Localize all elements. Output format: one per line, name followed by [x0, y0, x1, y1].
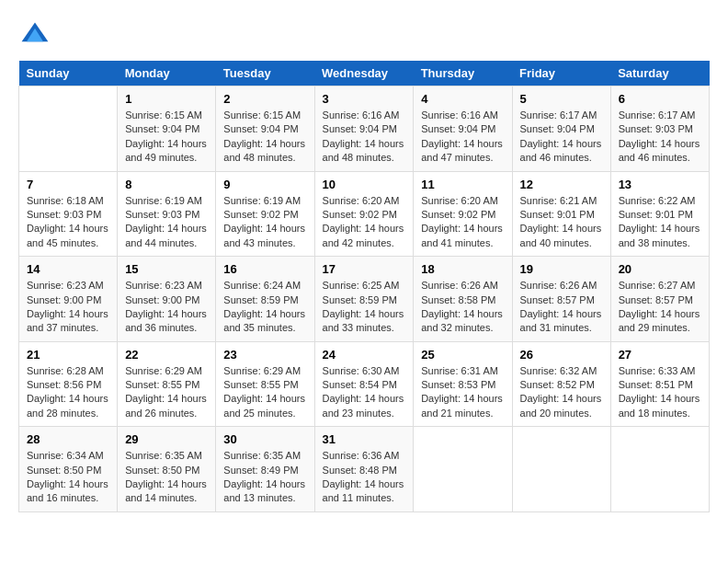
weekday-header: Monday — [118, 61, 216, 86]
calendar-week-row: 21Sunrise: 6:28 AM Sunset: 8:56 PM Dayli… — [19, 341, 710, 427]
day-number: 5 — [520, 92, 603, 106]
calendar-day-cell: 6Sunrise: 6:17 AM Sunset: 9:03 PM Daylig… — [610, 86, 709, 172]
day-info: Sunrise: 6:35 AM Sunset: 8:50 PM Dayligh… — [125, 449, 208, 506]
calendar-day-cell: 13Sunrise: 6:22 AM Sunset: 9:01 PM Dayli… — [610, 171, 709, 257]
calendar-day-cell: 24Sunrise: 6:30 AM Sunset: 8:54 PM Dayli… — [314, 341, 414, 427]
day-number: 31 — [323, 432, 406, 446]
day-info: Sunrise: 6:31 AM Sunset: 8:53 PM Dayligh… — [421, 364, 504, 421]
calendar-day-cell — [610, 427, 709, 512]
day-info: Sunrise: 6:15 AM Sunset: 9:04 PM Dayligh… — [223, 109, 306, 166]
weekday-header: Wednesday — [314, 61, 414, 86]
calendar-week-row: 28Sunrise: 6:34 AM Sunset: 8:50 PM Dayli… — [19, 427, 710, 512]
day-number: 1 — [125, 92, 208, 106]
day-info: Sunrise: 6:18 AM Sunset: 9:03 PM Dayligh… — [27, 194, 109, 251]
page-header — [18, 18, 710, 52]
calendar-table: SundayMondayTuesdayWednesdayThursdayFrid… — [18, 61, 710, 512]
day-info: Sunrise: 6:15 AM Sunset: 9:04 PM Dayligh… — [125, 109, 208, 166]
calendar-day-cell: 17Sunrise: 6:25 AM Sunset: 8:59 PM Dayli… — [314, 257, 414, 342]
day-number: 28 — [27, 432, 109, 446]
day-number: 8 — [125, 178, 208, 191]
calendar-day-cell: 5Sunrise: 6:17 AM Sunset: 9:04 PM Daylig… — [512, 86, 610, 172]
calendar-day-cell: 30Sunrise: 6:35 AM Sunset: 8:49 PM Dayli… — [216, 427, 314, 512]
day-number: 6 — [619, 92, 701, 106]
calendar-week-row: 14Sunrise: 6:23 AM Sunset: 9:00 PM Dayli… — [19, 257, 710, 342]
calendar-day-cell: 26Sunrise: 6:32 AM Sunset: 8:52 PM Dayli… — [512, 341, 610, 427]
day-info: Sunrise: 6:35 AM Sunset: 8:49 PM Dayligh… — [223, 449, 306, 506]
day-number: 29 — [125, 432, 208, 446]
calendar-day-cell — [414, 427, 512, 512]
day-number: 19 — [520, 262, 603, 276]
weekday-header: Thursday — [414, 61, 512, 86]
day-number: 15 — [125, 262, 208, 276]
calendar-day-cell: 28Sunrise: 6:34 AM Sunset: 8:50 PM Dayli… — [19, 427, 118, 512]
day-info: Sunrise: 6:17 AM Sunset: 9:03 PM Dayligh… — [619, 109, 701, 166]
calendar-day-cell: 10Sunrise: 6:20 AM Sunset: 9:02 PM Dayli… — [314, 171, 414, 257]
calendar-day-cell: 4Sunrise: 6:16 AM Sunset: 9:04 PM Daylig… — [414, 86, 512, 172]
calendar-day-cell: 12Sunrise: 6:21 AM Sunset: 9:01 PM Dayli… — [512, 171, 610, 257]
day-number: 3 — [323, 92, 406, 106]
calendar-day-cell: 31Sunrise: 6:36 AM Sunset: 8:48 PM Dayli… — [314, 427, 414, 512]
calendar-day-cell: 8Sunrise: 6:19 AM Sunset: 9:03 PM Daylig… — [118, 171, 216, 257]
day-info: Sunrise: 6:33 AM Sunset: 8:51 PM Dayligh… — [619, 364, 701, 421]
weekday-header: Tuesday — [216, 61, 314, 86]
day-number: 30 — [223, 432, 306, 446]
day-number: 24 — [323, 348, 406, 362]
calendar-week-row: 7Sunrise: 6:18 AM Sunset: 9:03 PM Daylig… — [19, 171, 710, 257]
day-info: Sunrise: 6:29 AM Sunset: 8:55 PM Dayligh… — [125, 364, 208, 421]
logo — [18, 18, 57, 52]
day-info: Sunrise: 6:25 AM Sunset: 8:59 PM Dayligh… — [323, 279, 406, 336]
calendar-day-cell: 25Sunrise: 6:31 AM Sunset: 8:53 PM Dayli… — [414, 341, 512, 427]
day-number: 25 — [421, 348, 504, 362]
day-number: 2 — [223, 92, 306, 106]
weekday-header: Saturday — [610, 61, 709, 86]
day-number: 22 — [125, 348, 208, 362]
day-number: 27 — [619, 348, 701, 362]
day-info: Sunrise: 6:29 AM Sunset: 8:55 PM Dayligh… — [223, 364, 306, 421]
day-number: 23 — [223, 348, 306, 362]
day-info: Sunrise: 6:19 AM Sunset: 9:03 PM Dayligh… — [125, 194, 208, 251]
calendar-day-cell: 23Sunrise: 6:29 AM Sunset: 8:55 PM Dayli… — [216, 341, 314, 427]
calendar-day-cell: 19Sunrise: 6:26 AM Sunset: 8:57 PM Dayli… — [512, 257, 610, 342]
header-row: SundayMondayTuesdayWednesdayThursdayFrid… — [19, 61, 710, 86]
day-info: Sunrise: 6:30 AM Sunset: 8:54 PM Dayligh… — [323, 364, 406, 421]
calendar-day-cell: 16Sunrise: 6:24 AM Sunset: 8:59 PM Dayli… — [216, 257, 314, 342]
day-info: Sunrise: 6:28 AM Sunset: 8:56 PM Dayligh… — [27, 364, 109, 421]
calendar-day-cell: 14Sunrise: 6:23 AM Sunset: 9:00 PM Dayli… — [19, 257, 118, 342]
day-number: 17 — [323, 262, 406, 276]
day-info: Sunrise: 6:21 AM Sunset: 9:01 PM Dayligh… — [520, 194, 603, 251]
day-number: 26 — [520, 348, 603, 362]
day-number: 12 — [520, 178, 603, 191]
day-info: Sunrise: 6:24 AM Sunset: 8:59 PM Dayligh… — [223, 279, 306, 336]
calendar-day-cell: 11Sunrise: 6:20 AM Sunset: 9:02 PM Dayli… — [414, 171, 512, 257]
calendar-day-cell: 15Sunrise: 6:23 AM Sunset: 9:00 PM Dayli… — [118, 257, 216, 342]
day-number: 16 — [223, 262, 306, 276]
day-info: Sunrise: 6:17 AM Sunset: 9:04 PM Dayligh… — [520, 109, 603, 166]
day-number: 18 — [421, 262, 504, 276]
calendar-day-cell: 2Sunrise: 6:15 AM Sunset: 9:04 PM Daylig… — [216, 86, 314, 172]
day-number: 14 — [27, 262, 109, 276]
calendar-day-cell: 18Sunrise: 6:26 AM Sunset: 8:58 PM Dayli… — [414, 257, 512, 342]
weekday-header: Sunday — [19, 61, 118, 86]
day-number: 13 — [619, 178, 701, 191]
calendar-day-cell: 21Sunrise: 6:28 AM Sunset: 8:56 PM Dayli… — [19, 341, 118, 427]
calendar-day-cell — [19, 86, 118, 172]
calendar-day-cell: 22Sunrise: 6:29 AM Sunset: 8:55 PM Dayli… — [118, 341, 216, 427]
calendar-day-cell: 9Sunrise: 6:19 AM Sunset: 9:02 PM Daylig… — [216, 171, 314, 257]
calendar-header: SundayMondayTuesdayWednesdayThursdayFrid… — [19, 61, 710, 86]
day-info: Sunrise: 6:26 AM Sunset: 8:57 PM Dayligh… — [520, 279, 603, 336]
day-info: Sunrise: 6:36 AM Sunset: 8:48 PM Dayligh… — [323, 449, 406, 506]
day-number: 4 — [421, 92, 504, 106]
calendar-day-cell: 29Sunrise: 6:35 AM Sunset: 8:50 PM Dayli… — [118, 427, 216, 512]
calendar-day-cell: 3Sunrise: 6:16 AM Sunset: 9:04 PM Daylig… — [314, 86, 414, 172]
day-info: Sunrise: 6:22 AM Sunset: 9:01 PM Dayligh… — [619, 194, 701, 251]
calendar-day-cell: 7Sunrise: 6:18 AM Sunset: 9:03 PM Daylig… — [19, 171, 118, 257]
calendar-week-row: 1Sunrise: 6:15 AM Sunset: 9:04 PM Daylig… — [19, 86, 710, 172]
day-info: Sunrise: 6:27 AM Sunset: 8:57 PM Dayligh… — [619, 279, 701, 336]
weekday-header: Friday — [512, 61, 610, 86]
day-number: 7 — [27, 178, 109, 191]
calendar-day-cell: 20Sunrise: 6:27 AM Sunset: 8:57 PM Dayli… — [610, 257, 709, 342]
logo-icon — [18, 18, 51, 52]
day-number: 21 — [27, 348, 109, 362]
day-info: Sunrise: 6:19 AM Sunset: 9:02 PM Dayligh… — [223, 194, 306, 251]
day-info: Sunrise: 6:23 AM Sunset: 9:00 PM Dayligh… — [27, 279, 109, 336]
